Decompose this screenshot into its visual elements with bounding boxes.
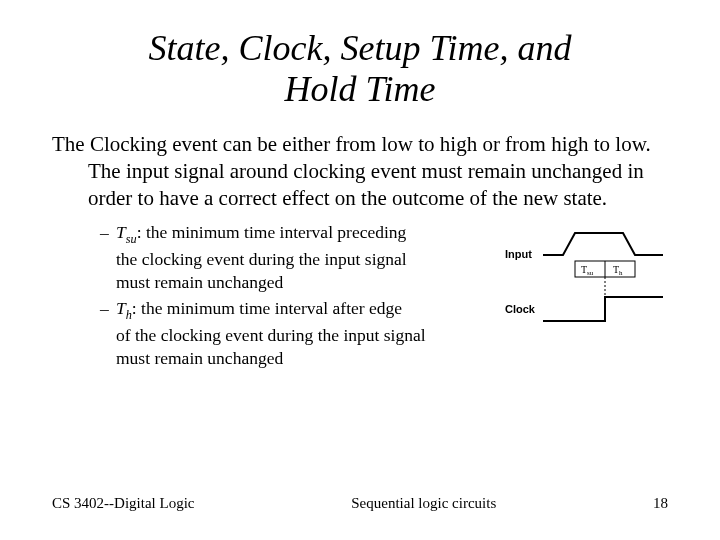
tsu-text-2: the clocking event during the input sign… — [116, 248, 495, 271]
footer-center: Sequential logic circuits — [351, 495, 496, 512]
input-waveform-icon — [543, 233, 663, 255]
tsu-label: Tsu — [581, 264, 594, 277]
th-var: T — [116, 298, 126, 318]
bullet-list: Tsu: the minimum time interval preceding… — [52, 221, 495, 373]
timing-diagram: Input Tsu Th Clock — [503, 221, 668, 335]
slide: State, Clock, Setup Time, and Hold Time … — [0, 0, 720, 540]
slide-footer: CS 3402--Digital Logic Sequential logic … — [0, 495, 720, 512]
footer-right: 18 — [653, 495, 668, 512]
input-label: Input — [505, 248, 532, 260]
slide-body: The Clocking event can be either from lo… — [0, 119, 720, 373]
title-line-2: Hold Time — [284, 69, 435, 109]
tsu-text-1: : the minimum time interval preceding — [137, 222, 407, 242]
clock-waveform-icon — [543, 297, 663, 321]
tsu-sub: su — [126, 232, 137, 246]
title-line-1: State, Clock, Setup Time, and — [149, 28, 572, 68]
timing-diagram-svg: Input Tsu Th Clock — [503, 225, 668, 335]
clock-label: Clock — [505, 303, 536, 315]
tsu-text-3: must remain unchanged — [116, 271, 495, 294]
footer-left: CS 3402--Digital Logic — [52, 495, 195, 512]
slide-title: State, Clock, Setup Time, and Hold Time — [0, 0, 720, 119]
bullet-tsu: Tsu: the minimum time interval preceding… — [100, 221, 495, 293]
tsu-var: T — [116, 222, 126, 242]
th-label: Th — [613, 264, 623, 277]
th-text-2: of the clocking event during the input s… — [116, 324, 495, 347]
bullet-th: Th: the minimum time interval after edge… — [100, 297, 495, 369]
th-text-3: must remain unchanged — [116, 347, 495, 370]
th-text-1: : the minimum time interval after edge — [132, 298, 402, 318]
content-columns: Tsu: the minimum time interval preceding… — [52, 221, 668, 373]
main-paragraph: The Clocking event can be either from lo… — [52, 131, 668, 212]
